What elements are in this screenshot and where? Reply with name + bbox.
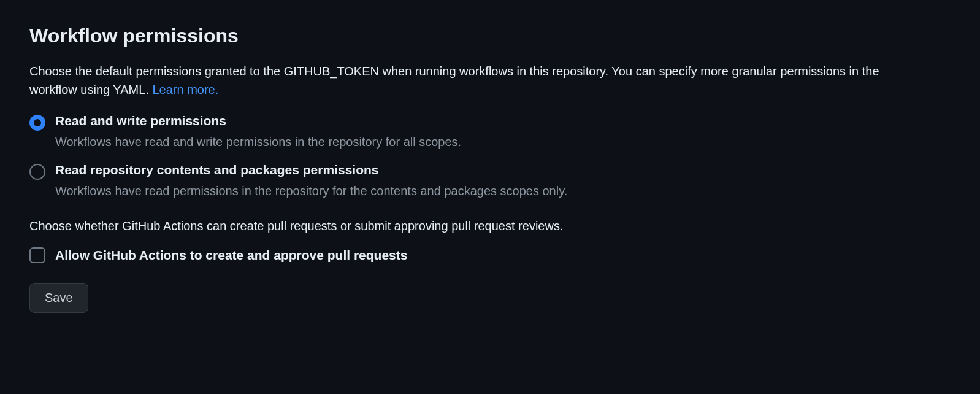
checkbox-allow-pr[interactable]	[29, 247, 45, 263]
radio-content: Read repository contents and packages pe…	[55, 163, 951, 199]
radio-label-read-write[interactable]: Read and write permissions	[55, 114, 951, 128]
section-title: Workflow permissions	[29, 25, 951, 47]
radio-option-read-write: Read and write permissions Workflows hav…	[29, 114, 951, 150]
radio-button-read-only[interactable]	[29, 164, 45, 180]
radio-option-read-only: Read repository contents and packages pe…	[29, 163, 951, 199]
radio-description-read-write: Workflows have read and write permission…	[55, 133, 951, 150]
secondary-description: Choose whether GitHub Actions can create…	[29, 217, 951, 235]
save-button[interactable]: Save	[29, 283, 88, 313]
radio-description-read-only: Workflows have read permissions in the r…	[55, 182, 951, 199]
section-description: Choose the default permissions granted t…	[29, 62, 888, 99]
radio-content: Read and write permissions Workflows hav…	[55, 114, 951, 150]
radio-button-read-write[interactable]	[29, 115, 45, 131]
radio-label-read-only[interactable]: Read repository contents and packages pe…	[55, 163, 951, 177]
learn-more-link[interactable]: Learn more.	[152, 83, 218, 96]
permissions-radio-group: Read and write permissions Workflows hav…	[29, 114, 951, 199]
checkbox-row-allow-pr: Allow GitHub Actions to create and appro…	[29, 247, 951, 263]
checkbox-label-allow-pr[interactable]: Allow GitHub Actions to create and appro…	[55, 248, 407, 263]
